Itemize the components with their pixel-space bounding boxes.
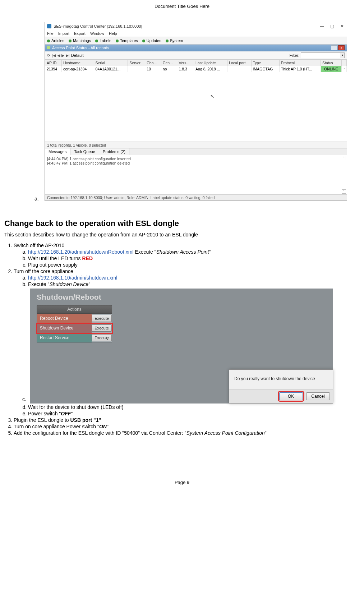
col-hostname[interactable]: Hostname [62,60,94,66]
step-3: Plugin the ESL dongle to USB port "1" [14,417,360,423]
table-row[interactable]: 21394 cert-ap-21394 04A1A00121... 10 no … [45,66,347,72]
cell-apid: 21394 [45,66,62,72]
main-tab-bar: Articles Matchings Labels Templates Upda… [45,37,347,45]
panel-status-icon [47,46,50,49]
status-dot-icon [69,40,72,42]
status-dot-icon [95,40,98,42]
menu-window[interactable]: Window [90,31,104,36]
row-reboot-device: Reboot Device Execute [37,314,112,323]
col-lastupdate[interactable]: Last Update [194,60,227,66]
section-intro: This section describes how to change the… [4,232,360,238]
cancel-button[interactable]: Cancel [306,392,330,400]
dialog-message: Do you really want to shutdown the devic… [229,370,333,389]
cell-center: no [161,66,177,72]
step-5: Add the configuration for the ESL dongle… [14,430,360,436]
menu-file[interactable]: File [47,31,54,36]
col-type[interactable]: Type [251,60,279,66]
tab-templates[interactable]: Templates [116,38,138,43]
figure-2-label: c. [22,396,26,402]
minimize-button[interactable]: — [319,24,324,29]
step-4: Turn on core appliance Power switch "ON" [14,424,360,429]
ok-button[interactable]: OK [279,392,303,400]
col-status[interactable]: Status [321,60,341,66]
col-protocol[interactable]: Protocol [279,60,321,66]
shutdown-link[interactable]: http://192.168.1.10/admin/shutdown.xml [28,275,117,281]
log-panel: [4:44:04 PM] 1 access point configuratio… [45,155,347,194]
nav-last-button[interactable]: ▶| [66,53,70,58]
window-titlebar: SES-imagotag Control Center [192.168.1.1… [45,22,347,30]
grid-empty-area: ↖ [45,72,347,142]
text: " [209,249,211,255]
col-version[interactable]: Vers... [177,60,194,66]
col-apid[interactable]: AP ID [45,60,62,66]
filter-input[interactable] [301,52,340,58]
panel-detach-icon[interactable] [331,45,337,50]
app-icon [47,24,51,28]
restart-service-label: Restart Service [37,333,92,342]
col-serial[interactable]: Serial [94,60,128,66]
shutdown-reboot-screenshot: Shutdown/Reboot Actions Reboot Device Ex… [30,289,333,404]
scroll-down-icon[interactable]: ˅ [342,189,346,194]
step-1b: Wait until the LED turns RED [28,255,360,261]
close-button[interactable]: ✕ [340,24,345,29]
cursor-icon: ↖ [105,336,109,341]
steps-list: Switch off the AP-2010 http://192.168.1.… [14,243,360,436]
grid-toolbar: ⟳ |◀ ◀ ▶ ▶| Default Filter: ▾ [45,51,347,60]
tab-articles[interactable]: Articles [47,38,64,43]
cell-channel: 10 [145,66,161,72]
step-1: Switch off the AP-2010 http://192.168.1.… [14,243,360,268]
menu-export[interactable]: Export [74,31,86,36]
col-channel[interactable]: Cha... [145,60,161,66]
led-red: RED [82,255,93,261]
maximize-button[interactable]: ▢ [330,24,335,29]
panel-title: Access Point Status - All records [52,46,109,50]
tab-messages[interactable]: Messages [45,148,70,155]
shutdown-reboot-link[interactable]: http://192.168.1.20/admin/shutdownReboot… [28,249,133,255]
panel-close-icon[interactable]: x [338,45,345,50]
menu-import[interactable]: Import [58,31,69,36]
page-header: Document Title Goes Here [0,0,364,11]
cell-version: 1.8.3 [177,66,194,72]
bottom-tab-bar: Messages Task Queue Problems (2) [45,148,347,155]
scroll-up-icon[interactable]: ˄ [342,156,346,160]
cell-lastupdate: Aug 8, 2018 ... [194,66,227,72]
col-localport[interactable]: Local port [227,60,251,66]
cell-type: IMAGOTAG [251,66,279,72]
tab-matchings[interactable]: Matchings [69,38,91,43]
tab-system[interactable]: System [166,38,183,43]
tab-problems[interactable]: Problems (2) [99,148,129,155]
reboot-execute-button[interactable]: Execute [92,315,112,322]
text: Execute " [133,249,156,255]
status-dot-icon [116,40,119,42]
step-2d: Wait for the device to shut down (LEDs o… [28,404,360,410]
log-line: [4:43:47 PM] 1 access point configuratio… [47,161,345,165]
filter-label: Filter: [290,53,300,57]
cursor-icon: ↖ [210,93,215,100]
figure-1: a. SES-imagotag Control Center [192.168.… [4,11,360,204]
step-1c: Plug out power supply [28,262,360,268]
step-2: Turn off the core appliance http://192.1… [14,268,360,416]
refresh-button[interactable]: ⟳ [47,53,50,58]
col-server[interactable]: Server [128,60,145,66]
actions-header: Actions [37,305,112,314]
connection-status-bar: Connected to 192.168.1.10:8000; User: ad… [45,194,347,200]
nav-first-button[interactable]: |◀ [52,53,56,58]
nav-prev-button[interactable]: ◀ [57,53,60,58]
step-2a: http://192.168.1.10/admin/shutdown.xml [28,275,360,281]
bold-usb: USB port "1" [70,417,101,423]
filter-dropdown-icon[interactable]: ▾ [340,52,345,58]
records-status-line: 1 total records, 1 visible, 0 selected [45,142,347,148]
tab-labels[interactable]: Labels [95,38,111,43]
emphasis: Shutdown Device [49,281,88,287]
tab-updates[interactable]: Updates [142,38,161,43]
tab-taskqueue[interactable]: Task Queue [70,148,99,155]
menu-help[interactable]: Help [109,31,117,36]
shutdown-execute-button[interactable]: Execute [92,324,112,332]
cell-status: ONLINE [321,66,341,72]
cell-localport [227,66,251,72]
col-center[interactable]: Cen... [161,60,177,66]
nav-next-button[interactable]: ▶ [61,53,64,58]
panel-header: Access Point Status - All records x [45,45,347,51]
scroll-up-icon[interactable]: ˄ [342,66,347,72]
figure-1-label: a. [34,196,39,202]
